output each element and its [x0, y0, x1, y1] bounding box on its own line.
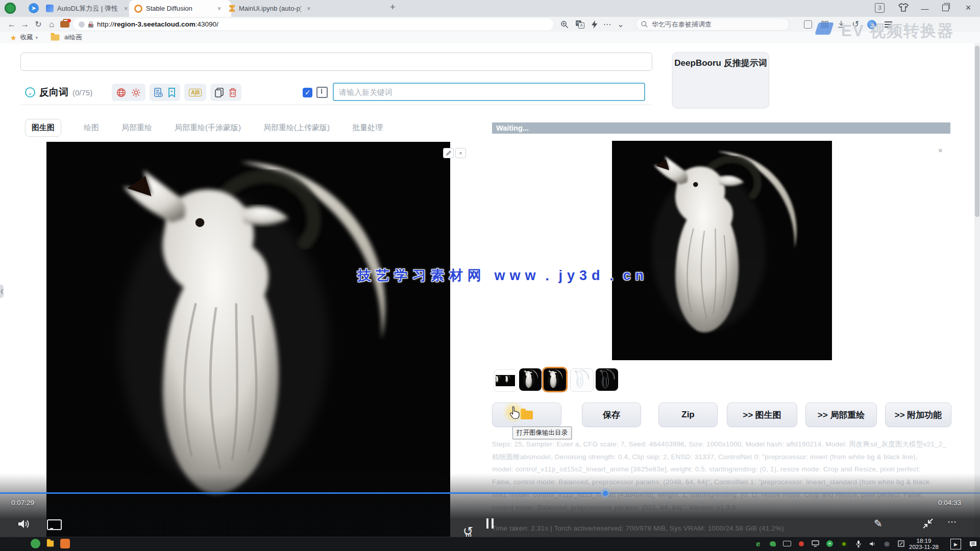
- bookmark-icon[interactable]: [168, 88, 176, 97]
- network-display-icon[interactable]: [811, 539, 820, 548]
- favorites-caret-icon[interactable]: ▾: [36, 35, 38, 40]
- history-doc-icon[interactable]: [154, 88, 163, 97]
- textfield-mode-icon[interactable]: [316, 87, 328, 98]
- tab-inpaint-sketch[interactable]: 局部重绘(手涂蒙版): [175, 123, 241, 133]
- tab-count-badge[interactable]: 3: [875, 3, 885, 13]
- close-button[interactable]: ×: [960, 3, 977, 13]
- progress-bar-played[interactable]: [0, 492, 601, 494]
- thumbnail-grid[interactable]: [494, 369, 517, 392]
- translate-icon[interactable]: 中 A: [576, 20, 584, 29]
- reload-icon[interactable]: ↻: [32, 19, 45, 29]
- keep-keywords-checkbox[interactable]: ✓: [303, 88, 312, 97]
- site-info-icon[interactable]: [79, 21, 85, 28]
- volume-icon[interactable]: [17, 518, 31, 530]
- favorites-star-icon[interactable]: ★: [10, 34, 17, 42]
- toolbar-collapse-icon[interactable]: ⌄: [614, 19, 627, 29]
- prompt-box-clipped[interactable]: [20, 53, 652, 71]
- record-tray-icon[interactable]: [796, 539, 806, 548]
- tab-inpaint[interactable]: 局部重绘: [121, 123, 152, 133]
- tab-jupyter[interactable]: MainUi.ipynb (auto-p) - Jup... ×: [224, 0, 325, 17]
- tab-inpaint-upload[interactable]: 局部重绘(上传蒙版): [263, 123, 330, 133]
- theme-skin-icon[interactable]: [898, 3, 909, 12]
- send-to-img2img-button[interactable]: >> 图生图: [727, 403, 797, 427]
- gear-icon[interactable]: [131, 88, 141, 97]
- annotate-pencil-icon[interactable]: ✎: [874, 517, 883, 530]
- zip-button[interactable]: Zip: [658, 403, 718, 427]
- performance-lightning-icon[interactable]: [592, 20, 598, 29]
- new-tab-button[interactable]: +: [390, 2, 396, 13]
- bird-tray-icon[interactable]: [768, 539, 777, 548]
- speaker-tray-icon[interactable]: [868, 539, 877, 548]
- reader-mode-icon[interactable]: [804, 20, 812, 29]
- thumbnail-lineart-dark[interactable]: [596, 368, 618, 391]
- collapse-chevron-icon[interactable]: ⌄: [25, 87, 35, 97]
- restore-button[interactable]: [942, 5, 949, 11]
- keyboard-tray-icon[interactable]: [782, 539, 792, 548]
- clock-date: 2023-11-28: [901, 544, 946, 550]
- tab-stable-diffusion[interactable]: Stable Diffusion ×: [129, 0, 231, 17]
- tab-autodl[interactable]: AutoDL算力云 | 弹性、好用... ×: [41, 0, 139, 17]
- favorites-label[interactable]: 收藏: [20, 33, 33, 42]
- copy-icon[interactable]: [215, 88, 224, 97]
- new-keyword-input[interactable]: [333, 83, 645, 101]
- green-app-icon[interactable]: [31, 539, 40, 548]
- progress-bar-remaining[interactable]: [608, 492, 980, 494]
- toolbar-more-icon[interactable]: ⋯: [601, 19, 614, 29]
- bookmark-bar: ★ 收藏 ▾ ai绘画: [0, 32, 980, 43]
- close-result-icon[interactable]: ×: [938, 146, 943, 155]
- back-icon[interactable]: ←: [5, 20, 18, 29]
- quick-back-icon[interactable]: ➤: [29, 3, 39, 13]
- thumbnail-selected[interactable]: [542, 367, 568, 392]
- edit-image-button[interactable]: [443, 148, 454, 158]
- tab-close-icon[interactable]: ×: [217, 5, 222, 12]
- send-to-extras-button[interactable]: >> 附加功能: [885, 403, 951, 427]
- subtitle-icon[interactable]: [47, 519, 62, 530]
- disabled-tray-icon[interactable]: ⊗: [882, 539, 892, 548]
- save-button[interactable]: 保存: [582, 403, 641, 427]
- send-to-inpaint-button[interactable]: >> 局部重绘: [805, 403, 877, 427]
- workspace-briefcase-icon[interactable]: [60, 21, 69, 28]
- microphone-tray-icon[interactable]: [853, 539, 863, 548]
- result-image[interactable]: [612, 141, 832, 360]
- gradio-favicon: [134, 5, 142, 13]
- shrink-window-icon[interactable]: [922, 517, 934, 530]
- search-box[interactable]: 华乞丐在泰被捕调查: [635, 18, 790, 31]
- clear-image-button[interactable]: ×: [455, 148, 466, 158]
- player-more-icon[interactable]: ⋯: [947, 516, 958, 528]
- tab-sketch[interactable]: 绘图: [84, 123, 99, 133]
- updater-tray-icon[interactable]: +: [825, 539, 835, 548]
- home-icon[interactable]: ⌂: [45, 20, 58, 29]
- url-text[interactable]: http://region-3.seetacloud.com:43090/: [97, 20, 218, 28]
- bookmark-folder-label[interactable]: ai绘画: [64, 33, 82, 42]
- tab-close-icon[interactable]: ×: [124, 5, 128, 12]
- files-folder-icon[interactable]: [45, 539, 55, 548]
- tab-batch[interactable]: 批量处理: [352, 123, 383, 133]
- page-scrollbar-thumb[interactable]: [975, 46, 979, 217]
- tab-title: AutoDL算力云 | 弹性、好用...: [57, 4, 118, 13]
- minimize-button[interactable]: —: [916, 4, 934, 13]
- nvidia-tray-icon[interactable]: ◉: [839, 539, 849, 548]
- trash-icon[interactable]: [229, 88, 237, 97]
- params-line: model: control_v11p_sd15s2_lineart_anime…: [492, 465, 951, 473]
- pause-button[interactable]: [486, 518, 494, 529]
- zoom-page-icon[interactable]: [560, 20, 569, 29]
- tab-close-icon[interactable]: ×: [307, 5, 311, 12]
- address-bar[interactable]: × http://region-3.seetacloud.com:43090/: [74, 18, 553, 30]
- taskbar-clock[interactable]: 18:19 2023-11-28: [901, 538, 946, 550]
- forward-icon[interactable]: →: [18, 20, 32, 29]
- thumbnail-lineart-light[interactable]: [570, 368, 594, 392]
- ie-tray-icon[interactable]: e: [753, 539, 763, 548]
- tab-img2img[interactable]: 图生图: [25, 119, 61, 137]
- thumbnail-2[interactable]: [519, 368, 542, 391]
- taskbar-left-icons: [31, 539, 70, 548]
- globe-icon[interactable]: [116, 88, 126, 97]
- orange-app-icon[interactable]: [60, 539, 70, 548]
- browser-logo-icon[interactable]: [5, 3, 16, 14]
- deepbooru-button[interactable]: DeepBooru 反推提示词: [672, 52, 769, 108]
- ab-compare-icon[interactable]: A|B: [189, 89, 202, 96]
- media-play-tray-icon[interactable]: ▶: [950, 539, 961, 549]
- progress-knob[interactable]: [600, 488, 610, 498]
- notification-icon[interactable]: [968, 539, 978, 549]
- left-edge-handle[interactable]: ❮: [0, 285, 4, 298]
- search-hotword[interactable]: 华乞丐在泰被捕调查: [652, 20, 712, 29]
